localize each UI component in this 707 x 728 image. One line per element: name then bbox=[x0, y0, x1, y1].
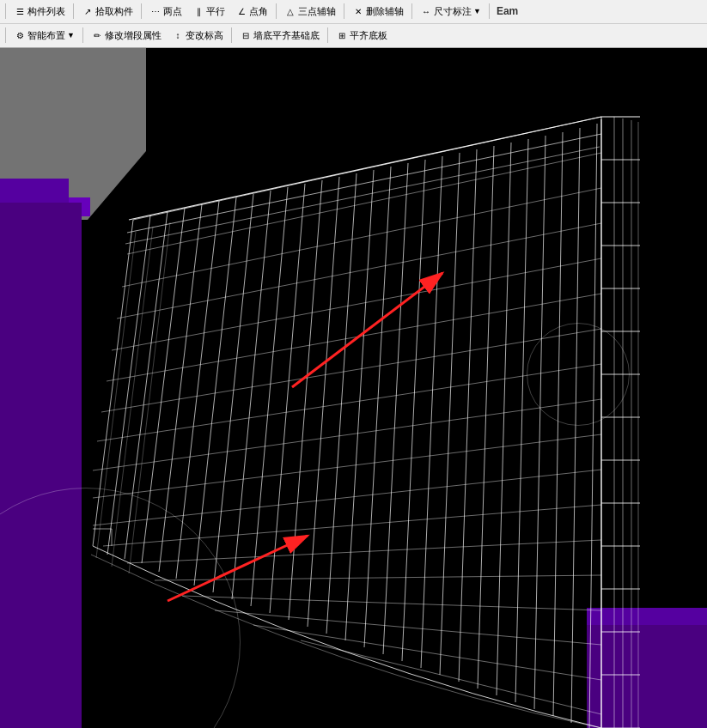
pick-component-label: 拾取构件 bbox=[95, 5, 133, 18]
svg-line-54 bbox=[122, 188, 601, 287]
svg-line-46 bbox=[515, 139, 528, 702]
list-icon: ☰ bbox=[14, 5, 26, 17]
toolbar-row-2: ⚙ 智能布置 ▼ ✏ 修改增段属性 ↕ 变改标高 ⊟ 墙底平齐基础底 ⊞ 平齐底… bbox=[0, 24, 707, 47]
change-height-button[interactable]: ↕ 变改标高 bbox=[168, 26, 228, 45]
point-angle-label: 点角 bbox=[249, 5, 268, 18]
svg-line-45 bbox=[497, 143, 511, 695]
modify-stage-button[interactable]: ✏ 修改增段属性 bbox=[87, 26, 166, 45]
separator bbox=[411, 3, 412, 19]
dim-annotation-label: 尺寸标注 bbox=[434, 5, 472, 18]
separator3 bbox=[82, 27, 83, 43]
svg-line-36 bbox=[326, 173, 357, 634]
canvas-area[interactable] bbox=[0, 48, 707, 728]
delete-aux-button[interactable]: ✕ 删除辅轴 bbox=[348, 2, 408, 21]
svg-line-39 bbox=[383, 163, 408, 654]
change-height-label: 变改标高 bbox=[186, 29, 223, 42]
three-point-icon: △ bbox=[284, 5, 296, 17]
parallel-label: 平行 bbox=[206, 5, 225, 18]
svg-line-67 bbox=[215, 610, 601, 645]
floor-icon: ⊞ bbox=[336, 29, 348, 41]
svg-line-38 bbox=[364, 167, 391, 647]
wall-base-icon: ⊟ bbox=[240, 29, 252, 41]
purple-column-right-top bbox=[587, 608, 707, 625]
delete-icon: ✕ bbox=[352, 5, 364, 17]
smart-layout-label: 智能布置 bbox=[27, 29, 65, 42]
wall-flat-base-button[interactable]: ⊟ 墙底平齐基础底 bbox=[235, 26, 324, 45]
two-points-button[interactable]: ⋯ 两点 bbox=[145, 2, 186, 21]
svg-line-34 bbox=[289, 180, 322, 620]
separator bbox=[489, 3, 490, 19]
svg-line-52 bbox=[133, 117, 601, 220]
toolbar-row-1: ☰ 构件列表 ↗ 拾取构件 ⋯ 两点 ∥ 平行 ∠ 点角 △ 三点辅轴 ✕ 删除… bbox=[0, 0, 707, 24]
svg-line-31 bbox=[232, 191, 271, 599]
pick-icon: ↗ bbox=[82, 5, 94, 17]
separator bbox=[344, 3, 344, 19]
svg-line-41 bbox=[421, 156, 442, 668]
parallel-icon: ∥ bbox=[192, 5, 204, 17]
svg-line-32 bbox=[251, 187, 288, 606]
svg-line-56 bbox=[112, 258, 601, 350]
svg-line-21 bbox=[127, 134, 601, 233]
modify-icon: ✏ bbox=[91, 29, 103, 41]
two-points-icon: ⋯ bbox=[149, 5, 162, 17]
circle-guide-right bbox=[527, 323, 630, 426]
svg-line-66 bbox=[182, 596, 601, 610]
svg-line-69 bbox=[301, 640, 601, 714]
svg-line-59 bbox=[97, 364, 601, 441]
delete-aux-label: 删除辅轴 bbox=[366, 5, 404, 18]
parallel-button[interactable]: ∥ 平行 bbox=[188, 2, 229, 21]
two-points-label: 两点 bbox=[163, 5, 182, 18]
separator4 bbox=[231, 27, 232, 43]
three-point-label: 三点辅轴 bbox=[298, 5, 336, 18]
purple-column-right bbox=[587, 616, 707, 728]
svg-line-35 bbox=[308, 177, 339, 627]
separator2 bbox=[5, 27, 6, 43]
separator bbox=[5, 3, 6, 19]
flat-floor-label: 平齐底板 bbox=[350, 29, 387, 42]
separator bbox=[73, 3, 74, 19]
component-list-label: 构件列表 bbox=[27, 5, 65, 18]
svg-line-43 bbox=[459, 149, 477, 682]
dropdown-arrow-icon: ▼ bbox=[473, 7, 481, 15]
three-point-aux-button[interactable]: △ 三点辅轴 bbox=[280, 2, 340, 21]
svg-line-33 bbox=[270, 184, 305, 613]
svg-line-55 bbox=[117, 223, 601, 318]
svg-line-42 bbox=[440, 153, 460, 675]
arrow-top bbox=[292, 273, 442, 387]
separator bbox=[276, 3, 277, 19]
svg-line-60 bbox=[93, 399, 601, 470]
modify-stage-label: 修改增段属性 bbox=[105, 29, 162, 42]
svg-line-30 bbox=[213, 194, 253, 592]
svg-line-48 bbox=[553, 132, 563, 716]
smart-dropdown-icon: ▼ bbox=[67, 31, 75, 39]
svg-line-29 bbox=[194, 197, 236, 585]
dim-annotation-button[interactable]: ↔ 尺寸标注 ▼ bbox=[416, 2, 485, 21]
circle-guide-bottom bbox=[0, 488, 241, 728]
smart-layout-button[interactable]: ⚙ 智能布置 ▼ bbox=[9, 26, 79, 45]
svg-line-40 bbox=[402, 160, 425, 661]
component-list-button[interactable]: ☰ 构件列表 bbox=[9, 2, 70, 21]
svg-line-47 bbox=[534, 136, 545, 709]
svg-line-53 bbox=[127, 153, 601, 254]
flat-floor-button[interactable]: ⊞ 平齐底板 bbox=[332, 26, 392, 45]
smart-icon: ⚙ bbox=[14, 29, 26, 41]
eam-label: Eam bbox=[493, 5, 521, 17]
height-icon: ↕ bbox=[172, 29, 184, 41]
svg-line-22 bbox=[125, 147, 600, 244]
angle-icon: ∠ bbox=[235, 5, 247, 17]
svg-line-61 bbox=[93, 434, 601, 498]
svg-line-37 bbox=[345, 170, 374, 640]
svg-line-20 bbox=[129, 117, 601, 220]
separator bbox=[141, 3, 142, 19]
toolbar: ☰ 构件列表 ↗ 拾取构件 ⋯ 两点 ∥ 平行 ∠ 点角 △ 三点辅轴 ✕ 删除… bbox=[0, 0, 707, 48]
dim-icon: ↔ bbox=[420, 5, 432, 17]
svg-line-44 bbox=[478, 146, 494, 689]
pick-component-button[interactable]: ↗ 拾取构件 bbox=[77, 2, 137, 21]
point-angle-button[interactable]: ∠ 点角 bbox=[231, 2, 272, 21]
svg-line-68 bbox=[253, 625, 601, 680]
separator5 bbox=[327, 27, 328, 43]
wall-flat-base-label: 墙底平齐基础底 bbox=[253, 29, 320, 42]
